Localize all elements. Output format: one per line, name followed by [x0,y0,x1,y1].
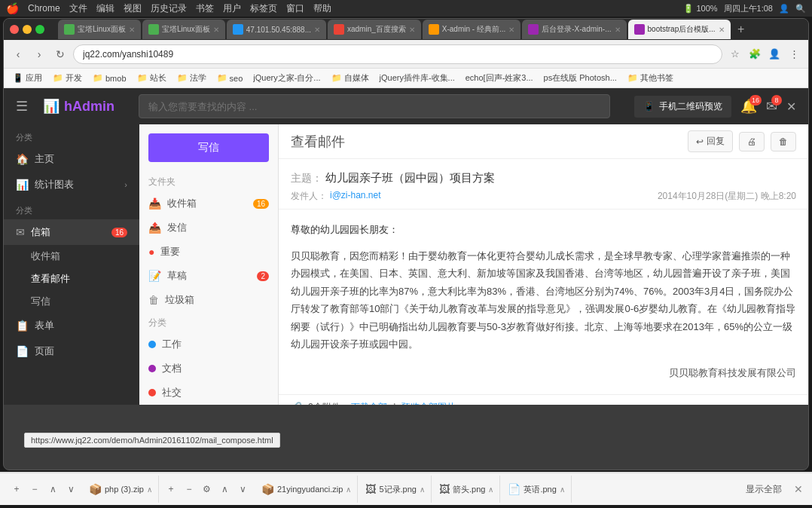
sidebar-item-forms[interactable]: 📋 表单 [4,313,139,338]
tab-4[interactable]: X-admin - 经典前... ✕ [423,20,520,39]
more-menu-icon[interactable]: ⋮ [786,46,802,63]
bookmark-jquery[interactable]: jQuery之家-自分... [249,71,325,85]
bookmark-star-icon[interactable]: ☆ [727,46,743,63]
download-all-link[interactable]: 下载全部 [351,401,387,405]
close-download-bar-btn[interactable]: ✕ [791,480,806,498]
menu-tabs[interactable]: 标签页 [250,2,277,15]
show-all-btn[interactable]: 显示全部 [738,480,789,499]
reply-btn[interactable]: ↩ 回复 [688,130,733,152]
category-docs[interactable]: 文档 [139,357,278,381]
dl-minus-btn[interactable]: − [27,482,42,497]
profile-icon[interactable]: 👤 [766,46,783,63]
print-btn[interactable]: 🖨 [739,132,765,151]
hamburger-btn[interactable]: ☰ [16,98,28,115]
mail-notification[interactable]: ✉ 8 [766,98,777,115]
close-window-btn[interactable] [10,25,19,34]
dl-item-2[interactable]: 🖼 5记录.png ∧ [359,476,432,503]
menu-file[interactable]: 文件 [69,2,87,15]
dl-item-4[interactable]: 📄 英语.png ∧ [502,476,571,503]
tab-close-3[interactable]: ✕ [409,26,415,34]
sidebar-item-pages[interactable]: 📄 页面 [4,338,139,364]
folder-drafts[interactable]: 📝 草稿 2 [139,264,278,288]
dl-chevron-2[interactable]: ∧ [420,485,425,494]
dl-add-btn-2[interactable]: + [163,482,179,497]
search-mac-icon[interactable]: 🔍 [795,4,806,14]
tab-close-4[interactable]: ✕ [508,26,514,34]
bell-notification[interactable]: 🔔 16 [740,98,757,115]
dl-settings-btn[interactable]: ⚙ [200,482,215,497]
bookmark-others[interactable]: 📁 其他书签 [623,71,678,85]
bookmark-bmob[interactable]: 📁 bmob [88,72,131,84]
sidebar-sub-compose[interactable]: 写信 [4,290,139,313]
preview-all-link[interactable]: 预览全部图片 [401,401,456,405]
bookmark-seo[interactable]: 📁 seo [212,72,248,84]
dl-up-btn[interactable]: ∧ [45,482,60,497]
maximize-window-btn[interactable] [35,25,44,34]
dl-add-btn[interactable]: + [9,482,24,497]
category-work[interactable]: 工作 [139,332,278,357]
bookmark-site[interactable]: 📁 站长 [133,71,171,85]
bookmark-dev[interactable]: 📁 开发 [48,71,87,85]
sidebar-item-home[interactable]: 🏠 主页 [4,146,139,172]
tab-5[interactable]: 后台登录-X-admin-... ✕ [522,20,626,39]
menu-bookmarks[interactable]: 书签 [196,2,214,15]
folder-inbox[interactable]: 📥 收件箱 16 [139,191,278,216]
sidebar-sub-inbox[interactable]: 收件箱 [4,245,139,268]
user-icon[interactable]: 👤 [779,4,789,14]
delete-btn[interactable]: 🗑 [771,132,796,151]
tab-close-2[interactable]: ✕ [314,26,320,34]
sidebar-item-mailbox[interactable]: ✉ 信箱 16 [4,219,139,245]
tab-2[interactable]: 47.101.50.45:888... ✕ [227,20,326,39]
dl-up-btn-2[interactable]: ∧ [218,482,233,497]
tab-close-5[interactable]: ✕ [615,26,621,34]
bookmark-ps[interactable]: ps在线版 Photosh... [539,71,621,85]
menu-window[interactable]: 窗口 [286,2,304,15]
sidebar-sub-view-email[interactable]: 查看邮件 [4,268,139,290]
menu-view[interactable]: 视图 [124,2,142,15]
tab-close-6[interactable]: ✕ [719,26,725,34]
dl-minus-btn-2[interactable]: − [182,482,197,497]
folder-important[interactable]: ● 重要 [139,240,278,264]
address-input[interactable] [73,44,722,64]
folder-sent[interactable]: 📤 发信 [139,216,278,240]
menu-users[interactable]: 用户 [223,2,241,15]
tab-6-active[interactable]: bootstrap后台模版... ✕ [628,20,731,39]
apple-menu[interactable]: 🍎 [6,2,19,14]
menu-history[interactable]: 历史记录 [151,2,187,15]
bookmark-jqplugin[interactable]: jQuery插件库-收集... [375,71,459,85]
dl-chevron-4[interactable]: ∧ [560,485,565,494]
folder-trash[interactable]: 🗑 垃圾箱 [139,288,278,312]
extensions-icon[interactable]: 🧩 [746,46,763,63]
tab-1[interactable]: 宝塔Linux面板 ✕ [142,20,225,39]
menu-edit[interactable]: 编辑 [96,2,114,15]
tab-0[interactable]: 宝塔Linux面板 ✕ [58,20,141,39]
dl-down-btn[interactable]: ∨ [63,482,78,497]
close-app-btn[interactable]: ✕ [786,99,796,114]
app-search-input[interactable] [139,94,610,118]
dl-chevron-1[interactable]: ∧ [346,485,351,494]
dl-item-0[interactable]: 📦 php (3).zip ∧ [83,476,159,503]
tab-3[interactable]: xadmin_百度搜索 ✕ [328,20,421,39]
minimize-window-btn[interactable] [23,25,32,34]
tab-close-1[interactable]: ✕ [213,26,219,34]
qrcode-btn[interactable]: 📱 手机二维码预览 [634,96,731,118]
tab-close-0[interactable]: ✕ [129,26,135,34]
bookmark-media[interactable]: 📁 自媒体 [327,71,374,85]
dl-item-3[interactable]: 🖼 箭头.png ∧ [433,476,500,503]
bookmark-echo[interactable]: echo[回声-姓家3... [461,71,538,85]
new-tab-btn[interactable]: + [732,20,750,38]
back-btn[interactable]: ‹ [10,46,26,63]
reload-btn[interactable]: ↻ [52,46,69,63]
category-social[interactable]: 社交 [139,381,278,405]
sidebar-item-stats[interactable]: 📊 统计图表 › [4,172,139,197]
dl-down-btn-2[interactable]: ∨ [236,482,251,497]
bookmark-law[interactable]: 📁 法学 [172,71,211,85]
dl-chevron-0[interactable]: ∧ [147,485,152,494]
bookmark-apps[interactable]: 📱 应用 [8,71,47,85]
dl-chevron-3[interactable]: ∧ [488,485,493,494]
forward-btn[interactable]: › [31,46,47,63]
menu-help[interactable]: 帮助 [313,2,331,15]
toolbar-icons: ☆ 🧩 👤 ⋮ [727,46,802,63]
compose-button[interactable]: 写信 [148,133,269,162]
dl-item-1[interactable]: 📦 21yingyudanci.zip ∧ [255,476,358,503]
